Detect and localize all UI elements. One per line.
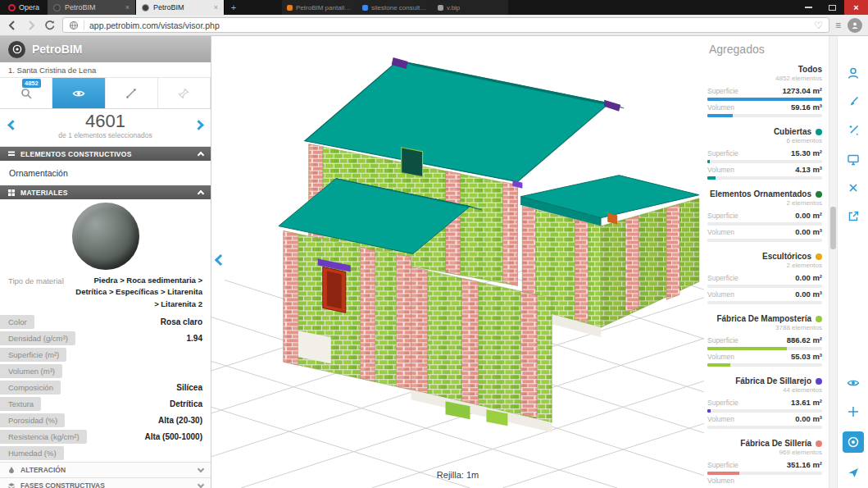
background-tab-2[interactable]: silestone consulta - G…: [357, 0, 433, 15]
aggregate-group-silleria[interactable]: Fábrica De Sillería 969 elementos Superf…: [707, 438, 822, 486]
extensions-icon[interactable]: ≡: [835, 20, 842, 31]
volumen-bar: [707, 239, 822, 242]
superficie-value: 13.61 m²: [791, 398, 822, 407]
minimize-button[interactable]: [797, 0, 820, 15]
group-count: 969 elementos: [707, 449, 822, 457]
favorite-heart-icon[interactable]: ♡: [814, 20, 823, 31]
brush-icon: [847, 95, 860, 108]
measure-tool-button[interactable]: [106, 78, 158, 108]
app-header: PetroBIM: [0, 36, 211, 62]
volumen-label: Volumen: [707, 353, 734, 361]
viewer-3d[interactable]: Rejilla: 1m: [211, 36, 704, 488]
visibility-button[interactable]: [844, 374, 862, 392]
material-photo[interactable]: [72, 203, 139, 270]
refresh-icon[interactable]: [43, 19, 57, 32]
tab-close-icon[interactable]: ×: [214, 3, 218, 11]
section-header-fases[interactable]: FASES CONSTRUCTIVAS: [0, 477, 211, 488]
volumen-label: Volumen: [707, 228, 734, 236]
maximize-button[interactable]: [820, 0, 844, 15]
superficie-value: 0.00 m²: [795, 211, 822, 220]
aggregate-group-sillarejo[interactable]: Fábrica De Sillarejo 44 elementos Superf…: [707, 376, 822, 429]
browser-tab-2-active[interactable]: PetroBIM ×: [136, 0, 225, 15]
category-color-dot: [816, 316, 822, 322]
aggregate-group-todos[interactable]: Todos 4852 elementos Superficie1273.04 m…: [707, 64, 822, 117]
chevron-up-icon: [198, 151, 203, 159]
magic-tool-button[interactable]: [844, 121, 862, 139]
group-name: Cubiertas: [774, 127, 811, 136]
element-type-item[interactable]: Ornamentación: [0, 161, 211, 185]
tool-tabs: 4852: [0, 78, 211, 109]
user-tool-button[interactable]: [844, 64, 862, 82]
background-tab-1[interactable]: PetroBIM pantalla de i…: [282, 0, 357, 15]
tab-close-icon[interactable]: ×: [125, 3, 130, 11]
section-header-alteracion[interactable]: ALTERACIÓN: [0, 462, 211, 477]
volumen-label: Volumen: [707, 290, 734, 299]
panel-scrollbar[interactable]: [829, 36, 837, 488]
volumen-bar: [707, 301, 822, 304]
browser-user-avatar[interactable]: [848, 18, 862, 33]
app-content: PetroBIM 1. Santa Cristina de Lena 4852 …: [0, 36, 868, 488]
forward-icon[interactable]: [25, 19, 38, 32]
church-3d-model[interactable]: [211, 36, 704, 488]
breadcrumb[interactable]: 1. Santa Cristina de Lena: [0, 62, 211, 78]
close-window-button[interactable]: ×: [844, 0, 868, 15]
field-label: Tipo de material: [8, 275, 75, 311]
superficie-label: Superficie: [707, 149, 738, 157]
previous-element-button[interactable]: [7, 121, 18, 132]
material-field-row: TexturaDetrítica: [0, 396, 211, 412]
background-tab-3[interactable]: v.bip: [433, 0, 508, 15]
crosshair-icon: [847, 405, 860, 418]
volumen-bar: [707, 426, 822, 429]
target-button-active[interactable]: [843, 431, 864, 453]
scrollbar-thumb[interactable]: [830, 207, 836, 249]
group-name: Fábrica De Sillarejo: [735, 376, 811, 385]
superficie-label: Superficie: [707, 87, 738, 95]
element-navigator: 4601 de 1 elementos seleccionados: [0, 109, 211, 147]
screen-tool-button[interactable]: [844, 150, 862, 168]
eye-icon: [847, 376, 860, 390]
pin-tool-button[interactable]: [158, 78, 211, 108]
clear-selection-button[interactable]: [844, 179, 862, 197]
volumen-label: Volumen: [707, 166, 734, 174]
group-name: Elementos Ornamentados: [710, 189, 811, 198]
collapse-panel-button[interactable]: [216, 256, 225, 266]
field-label: Color: [0, 315, 34, 329]
paint-tool-button[interactable]: [844, 93, 862, 111]
aggregate-group-escultoricos[interactable]: Escultóricos 2 elementos Superficie0.00 …: [707, 251, 822, 304]
aggregate-group-mamposteria[interactable]: Fábrica De Mampostería 3788 elementos Su…: [707, 313, 822, 367]
superficie-label: Superficie: [707, 274, 738, 282]
superficie-bar: [707, 98, 822, 101]
group-count: 4852 elementos: [707, 75, 822, 83]
field-value: Silícea: [176, 383, 211, 392]
superficie-bar: [707, 347, 822, 350]
material-photo-wrap: [0, 199, 211, 273]
aggregate-group-ornamentados[interactable]: Elementos Ornamentados 2 elementos Super…: [707, 189, 822, 242]
volumen-value: 0.00 m³: [795, 227, 822, 236]
panel-title: Agregados: [709, 43, 822, 56]
volumen-label: Volumen: [707, 477, 734, 485]
export-button[interactable]: [844, 208, 862, 226]
field-value: Rosa claro: [161, 317, 211, 326]
next-element-button[interactable]: [193, 121, 204, 132]
material-field-row: Porosidad (%)Alta (20-30): [0, 413, 211, 428]
field-label: Resistencia (kg/cm²): [0, 430, 87, 444]
eye-icon: [72, 87, 85, 100]
pin-icon: [177, 87, 190, 100]
volumen-value: 4.13 m³: [795, 165, 822, 174]
petrobim-logo-icon: [8, 41, 25, 58]
superficie-value: 886.62 m²: [787, 335, 822, 344]
section-header-elementos[interactable]: ELEMENTOS CONSTRUCTIVOS: [0, 147, 211, 161]
field-value: Alta (20-30): [158, 416, 211, 425]
browser-tab-1[interactable]: PetroBIM ×: [48, 0, 136, 15]
url-field[interactable]: app.petrobim.com/vistas/visor.php ♡: [62, 17, 829, 33]
new-tab-button[interactable]: +: [225, 0, 243, 15]
export-icon: [847, 210, 860, 223]
browser-menu-button[interactable]: Opera: [0, 0, 48, 15]
group-count: 2 elementos: [707, 199, 822, 208]
inspect-tool-button-active[interactable]: [52, 78, 105, 108]
back-icon[interactable]: [6, 19, 19, 32]
crosshair-button[interactable]: [844, 403, 862, 421]
aggregate-group-cubiertas[interactable]: Cubiertas 6 elementos Superficie15.30 m²…: [707, 126, 822, 180]
fly-mode-button[interactable]: [844, 463, 862, 481]
section-header-materiales[interactable]: MATERIALES: [0, 185, 211, 199]
